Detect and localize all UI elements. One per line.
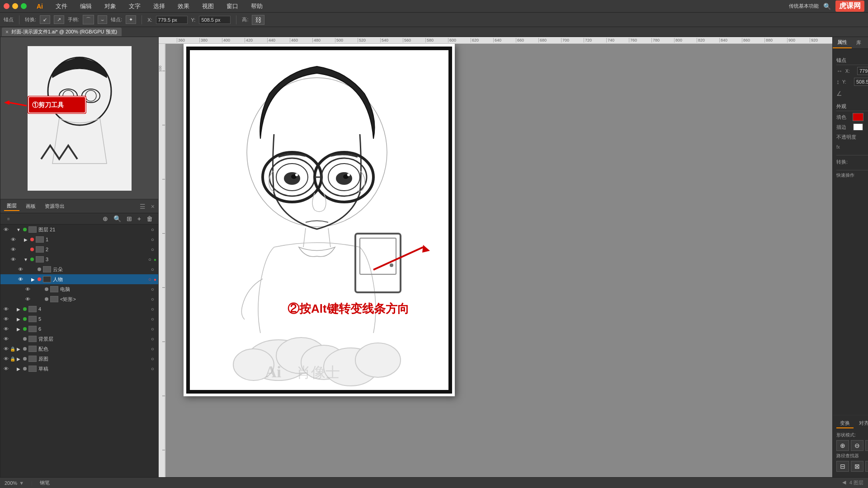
delete-layer-btn[interactable]: 🗑 (145, 214, 155, 223)
layer-item-diannao[interactable]: 👁 ▶ 电脑 ○ (0, 284, 158, 294)
layer-target-3[interactable]: ○ (148, 257, 154, 262)
canvas-area[interactable]: Ai 肖像士 ②按Alt键转变线条方向 (165, 44, 832, 477)
layer-item-caogao[interactable]: 👁 ▶ 草稿 ○ (0, 364, 158, 374)
menu-file[interactable]: 文件 (53, 1, 70, 11)
handle-btn-2[interactable]: ⌣ (98, 15, 107, 24)
layer-item-peise[interactable]: 👁 🔒 ▶ 配色 ○ (0, 344, 158, 354)
color-tab[interactable]: 颜色 (866, 38, 868, 48)
layer-item-6[interactable]: 👁 ▶ 6 ○ (0, 324, 158, 334)
eye-icon-peise[interactable]: 👁 (2, 346, 9, 352)
library-tab[interactable]: 库 (852, 38, 866, 48)
y-input[interactable] (199, 16, 231, 24)
properties-tab[interactable]: 属性 (833, 37, 852, 48)
document-tab[interactable]: × 封面-演示源文件1.ai* @ 200% (RGB/GPU 预览) (2, 28, 122, 36)
create-clip-mask-btn[interactable]: ⊕ (101, 214, 110, 223)
menu-view[interactable]: 视图 (199, 1, 217, 11)
layer-target-beijing[interactable]: ○ (151, 336, 156, 342)
layer-target-peise[interactable]: ○ (151, 346, 156, 352)
menu-edit[interactable]: 编辑 (77, 1, 94, 11)
layer-item-layer21[interactable]: 👁 ▼ 图层 21 ○ (0, 225, 158, 235)
expand-5[interactable]: ▶ (16, 317, 21, 322)
constrain-btn[interactable]: ⛓ (252, 15, 264, 25)
x-coord-input[interactable] (857, 67, 868, 75)
layer-target-caogao[interactable]: ○ (151, 366, 156, 371)
layer-target-renwu[interactable]: ○ (148, 277, 154, 282)
eye-icon-caogao[interactable]: 👁 (2, 366, 9, 371)
expand-peise[interactable]: ▶ (16, 347, 21, 352)
layer-target-1[interactable]: ○ (151, 237, 156, 242)
status-info-btn[interactable]: ◀ (842, 479, 846, 486)
path-trim-btn[interactable]: ⊠ (851, 461, 863, 472)
eye-icon-yuantu[interactable]: 👁 (2, 356, 9, 361)
expand-4[interactable]: ▶ (16, 307, 21, 312)
layer-target-juxing[interactable]: ○ (151, 296, 156, 302)
menu-text[interactable]: 文字 (126, 1, 143, 11)
transform-bottom-tab[interactable]: 变换 (836, 419, 854, 428)
x-input[interactable] (156, 16, 188, 24)
layers-panel-collapse[interactable]: × (151, 203, 155, 210)
layer-item-5[interactable]: 👁 ▶ 5 ○ (0, 314, 158, 324)
search-icon[interactable]: 🔍 (823, 3, 831, 10)
align-bottom-tab[interactable]: 对齐 (855, 419, 868, 428)
layer-item-yuantu[interactable]: 👁 🔒 ▶ 原图 ○ (0, 354, 158, 364)
y-coord-input[interactable] (854, 78, 868, 86)
menu-select[interactable]: 选择 (151, 1, 168, 11)
expand-1[interactable]: ▶ (23, 237, 28, 242)
search-layers-btn[interactable]: 🔍 (112, 214, 123, 223)
eye-icon-1[interactable]: 👁 (9, 237, 17, 242)
lock-icon-peise[interactable]: 🔒 (9, 347, 16, 352)
layer-item-beijing[interactable]: 👁 ▶ 背景层 ○ (0, 334, 158, 344)
close-button[interactable] (4, 3, 9, 9)
expand-6[interactable]: ▶ (16, 327, 21, 332)
path-merge-btn[interactable]: ▣ (865, 461, 868, 472)
workspace-mode[interactable]: 传统基本功能 (789, 3, 819, 9)
layer-target-4[interactable]: ○ (151, 306, 156, 312)
layer-target-yunzhu[interactable]: ○ (151, 267, 156, 272)
lock-icon-yuantu[interactable]: 🔒 (9, 357, 16, 361)
layer-item-yunzhu[interactable]: 👁 ▶ 云朵 ○ (0, 264, 158, 274)
expand-renwu[interactable]: ▶ (30, 277, 36, 282)
layer-item-juxing[interactable]: 👁 ▶ <矩形> ○ (0, 294, 158, 304)
layer-item-4[interactable]: 👁 ▶ 4 ○ (0, 304, 158, 314)
eye-icon-diannao[interactable]: 👁 (24, 286, 31, 292)
anchor-btn-1[interactable]: ✦ (126, 15, 136, 24)
fill-color-swatch[interactable] (853, 113, 863, 121)
path-divide-btn[interactable]: ⊟ (836, 461, 849, 472)
shape-unite-btn[interactable]: ⊕ (836, 440, 849, 451)
eye-icon-4[interactable]: 👁 (2, 306, 9, 312)
make-sublayer-btn[interactable]: ⊞ (125, 214, 134, 223)
expand-caogao[interactable]: ▶ (16, 366, 21, 371)
eye-icon-yunzhu[interactable]: 👁 (17, 267, 24, 272)
eye-icon-3[interactable]: 👁 (9, 257, 17, 262)
zoom-value[interactable]: 200% (5, 480, 17, 486)
eye-icon-layer21[interactable]: 👁 (2, 227, 9, 232)
eye-icon-juxing[interactable]: 👁 (24, 296, 31, 302)
eye-icon-5[interactable]: 👁 (2, 316, 9, 322)
menu-effect[interactable]: 效果 (175, 1, 192, 11)
layers-tab[interactable]: 图层 (4, 202, 19, 211)
layer-target-2[interactable]: ○ (151, 247, 156, 252)
layer-target-6[interactable]: ○ (151, 326, 156, 332)
asset-export-tab[interactable]: 资源导出 (42, 202, 67, 211)
create-new-layer-btn[interactable]: + (136, 214, 143, 223)
eye-icon-beijing[interactable]: 👁 (2, 336, 9, 342)
layer-item-2[interactable]: 👁 ▶ 2 ○ (0, 244, 158, 254)
expand-yuantu[interactable]: ▶ (16, 357, 21, 361)
layer-item-renwu[interactable]: 👁 ▶ 人物 ○ ● (0, 274, 158, 284)
doc-tab-close-icon[interactable]: × (5, 29, 9, 35)
layers-panel-menu[interactable]: ☰ (140, 203, 146, 210)
layer-item-3[interactable]: 👁 ▼ 3 ○ ● (0, 254, 158, 264)
eye-icon-renwu[interactable]: 👁 (17, 277, 24, 282)
expand-layer21[interactable]: ▼ (16, 227, 21, 232)
shape-intersect-btn[interactable]: ⊗ (865, 440, 868, 451)
zoom-dropdown-icon[interactable]: ▼ (19, 480, 24, 486)
layer-item-1[interactable]: 👁 ▶ 1 ○ (0, 235, 158, 244)
layer-target-layer21[interactable]: ○ (151, 227, 156, 232)
convert-btn-1[interactable]: ↙ (40, 15, 50, 24)
convert-btn-2[interactable]: ↗ (54, 15, 64, 24)
eye-icon-2[interactable]: 👁 (9, 247, 17, 252)
layer-target-yuantu[interactable]: ○ (151, 356, 156, 361)
menu-object[interactable]: 对象 (102, 1, 119, 11)
shape-minus-btn[interactable]: ⊖ (851, 440, 863, 451)
stroke-color-swatch[interactable] (853, 123, 863, 131)
